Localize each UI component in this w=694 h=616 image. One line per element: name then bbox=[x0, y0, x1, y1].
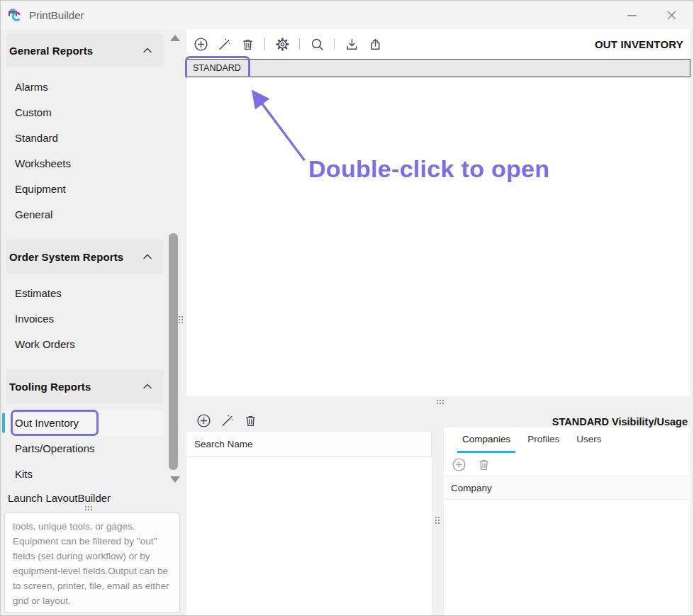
sidebar-item-label: Out Inventory bbox=[15, 417, 79, 429]
chevron-up-icon bbox=[141, 380, 154, 393]
main-area: OUT INVENTORY STANDARD bbox=[186, 29, 693, 615]
trash-icon[interactable] bbox=[242, 413, 258, 428]
close-button[interactable] bbox=[666, 9, 677, 21]
report-row-standard[interactable]: STANDARD bbox=[186, 59, 690, 77]
report-list-canvas: Double-click to open bbox=[186, 77, 690, 396]
section-label: General Reports bbox=[9, 45, 93, 57]
visibility-tabs: Companies Profiles Users bbox=[444, 427, 690, 453]
scrollbar-down-arrow[interactable] bbox=[170, 476, 180, 483]
section-order-system-reports[interactable]: Order System Reports bbox=[6, 240, 164, 274]
selected-accent-bar bbox=[2, 413, 5, 433]
section-tooling-reports[interactable]: Tooling Reports bbox=[6, 369, 164, 403]
sidebar-splitter-grip[interactable] bbox=[179, 316, 183, 323]
horizontal-splitter[interactable] bbox=[186, 396, 693, 409]
toolbar-separator bbox=[264, 38, 265, 50]
minimize-button[interactable] bbox=[626, 9, 637, 21]
sidebar-item-estimates[interactable]: Estimates bbox=[4, 281, 164, 306]
search-icon[interactable] bbox=[309, 36, 325, 52]
vertical-splitter[interactable] bbox=[432, 409, 444, 615]
chevron-up-icon bbox=[141, 250, 154, 263]
panel-title: OUT INVENTORY bbox=[595, 38, 685, 50]
splitter-grip bbox=[435, 517, 440, 524]
sidebar-item-equipment[interactable]: Equipment bbox=[4, 177, 164, 202]
toolbar-separator bbox=[334, 38, 335, 50]
trash-icon[interactable] bbox=[476, 457, 491, 472]
report-row-label: STANDARD bbox=[187, 63, 241, 73]
sidebar-item-worksheets[interactable]: Worksheets bbox=[4, 151, 164, 177]
sidebar-item-out-inventory[interactable]: Out Inventory bbox=[4, 410, 164, 436]
magic-wand-icon[interactable] bbox=[219, 413, 235, 428]
add-circle-icon[interactable] bbox=[451, 457, 466, 472]
search-results-list[interactable] bbox=[186, 457, 432, 615]
gear-icon[interactable] bbox=[274, 36, 290, 52]
sidebar-item-alarms[interactable]: Alarms bbox=[4, 74, 164, 100]
app-window: PrintBuilder General Reports Alarms Cust… bbox=[0, 0, 694, 616]
import-icon[interactable] bbox=[344, 36, 359, 52]
company-list[interactable] bbox=[444, 500, 690, 615]
sidebar-item-work-orders[interactable]: Work Orders bbox=[4, 332, 164, 357]
section-label: Tooling Reports bbox=[9, 381, 91, 393]
main-toolbar: OUT INVENTORY bbox=[186, 29, 690, 59]
section-label: Order System Reports bbox=[9, 251, 123, 263]
column-header-search-name[interactable]: Search Name bbox=[186, 432, 432, 457]
report-description: tools, unique tools, or gages. Equipment… bbox=[4, 513, 180, 613]
section-general-reports[interactable]: General Reports bbox=[6, 33, 164, 67]
trash-icon[interactable] bbox=[240, 36, 255, 52]
sidebar-item-general[interactable]: General bbox=[4, 202, 164, 228]
splitter-grip bbox=[437, 400, 444, 404]
add-circle-icon[interactable] bbox=[196, 413, 211, 428]
sidebar: General Reports Alarms Custom Standard W… bbox=[1, 29, 186, 615]
sidebar-item-kits[interactable]: Kits bbox=[4, 461, 164, 487]
scrollbar-up-arrow[interactable] bbox=[170, 35, 180, 41]
scrollbar-thumb[interactable] bbox=[169, 233, 178, 470]
sidebar-item-custom[interactable]: Custom bbox=[4, 100, 164, 125]
title-bar: PrintBuilder bbox=[1, 1, 693, 29]
sidebar-item-launch-layoutbuilder[interactable]: Launch LayoutBuilder bbox=[4, 490, 164, 502]
annotation-arrow bbox=[186, 77, 690, 396]
app-title: PrintBuilder bbox=[29, 9, 84, 21]
annotation-text: Double-click to open bbox=[308, 155, 549, 183]
sidebar-item-standard[interactable]: Standard bbox=[4, 125, 164, 151]
splitter-grip[interactable] bbox=[85, 506, 92, 510]
magic-wand-icon[interactable] bbox=[216, 36, 232, 52]
panel-title: STANDARD Visibility/Usage bbox=[444, 409, 690, 427]
visibility-usage-panel: STANDARD Visibility/Usage Companies Prof… bbox=[444, 409, 690, 615]
toolbar-separator bbox=[299, 38, 300, 50]
sidebar-item-invoices[interactable]: Invoices bbox=[4, 306, 164, 332]
companies-toolbar bbox=[444, 453, 690, 476]
search-panel-toolbar bbox=[186, 409, 432, 432]
sidebar-item-parts-operations[interactable]: Parts/Operations bbox=[4, 436, 164, 461]
tab-profiles[interactable]: Profiles bbox=[522, 427, 564, 453]
search-panel: Search Name bbox=[186, 409, 432, 615]
tab-users[interactable]: Users bbox=[571, 427, 606, 453]
column-header-company[interactable]: Company bbox=[444, 476, 690, 500]
printbuilder-logo-icon bbox=[7, 7, 23, 23]
add-circle-icon[interactable] bbox=[193, 36, 208, 52]
report-list-panel: OUT INVENTORY STANDARD bbox=[186, 29, 690, 396]
chevron-up-icon bbox=[141, 44, 154, 57]
tab-companies[interactable]: Companies bbox=[457, 427, 515, 453]
export-icon[interactable] bbox=[367, 36, 383, 52]
